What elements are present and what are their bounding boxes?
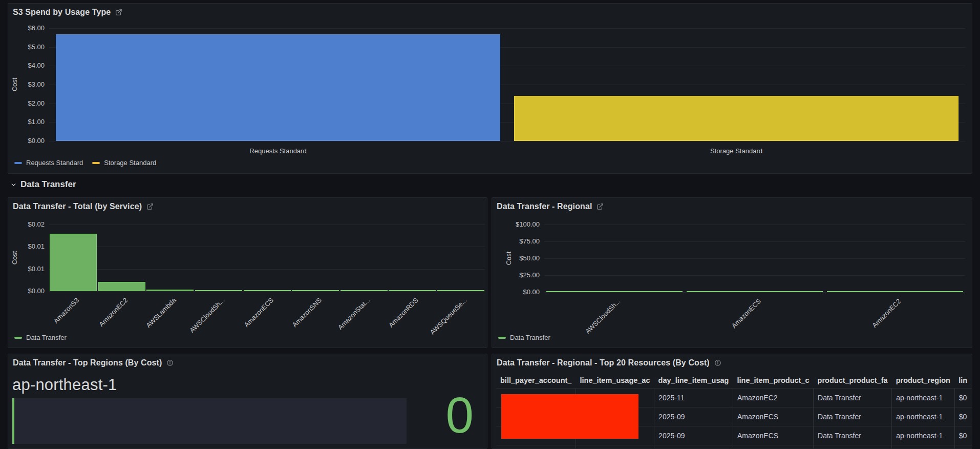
- bar-AmazonRDS: [389, 290, 436, 291]
- panel-title[interactable]: Data Transfer - Total (by Service): [13, 202, 142, 211]
- grafana-dashboard: { "section_header": { "label": "Data Tra…: [0, 0, 980, 449]
- table-column-header[interactable]: bill_payer_account_: [496, 373, 576, 389]
- panel-s3-spend-by-usage-type: S3 Spend by Usage Type $6.00$5.00$4.00$3…: [8, 3, 972, 174]
- panel-data-transfer-total-by-service: Data Transfer - Total (by Service) $0.02…: [8, 197, 487, 348]
- info-icon[interactable]: [714, 359, 721, 366]
- panel-data-transfer-top-20-resources: Data Transfer - Regional - Top 20 Resour…: [492, 354, 972, 449]
- table-column-header[interactable]: product_product_fa: [814, 373, 892, 389]
- table-row: [496, 445, 972, 449]
- legend-color-dash: [14, 337, 22, 339]
- panel-title[interactable]: Data Transfer - Regional - Top 20 Resour…: [497, 358, 710, 368]
- table-column-header[interactable]: line_item_usage_ac: [576, 373, 654, 389]
- x-axis-tick-label: Storage Standard: [710, 147, 762, 155]
- y-axis-tick-label: $0.02: [8, 220, 45, 228]
- bar-AmazonS3: [50, 234, 97, 291]
- table-cell: [654, 445, 733, 449]
- table-cell: [892, 445, 955, 449]
- gridline: [544, 258, 965, 259]
- bar-AmazonSNS: [292, 290, 339, 291]
- bar-Requests Standard: [56, 34, 500, 141]
- table-cell: AmazonECS: [733, 426, 814, 445]
- bar-AmazonEC2: [827, 291, 963, 292]
- bar-AmazonStat...: [340, 290, 388, 291]
- legend: Data Transfer: [14, 334, 67, 341]
- table-column-header[interactable]: line_item_product_c: [733, 373, 814, 389]
- gridline: [49, 247, 485, 247]
- panel-header[interactable]: Data Transfer - Top Regions (By Cost): [8, 354, 487, 372]
- x-axis-tick-label: Requests Standard: [249, 147, 306, 155]
- gridline: [49, 28, 965, 29]
- bargauge-row-label: ap-northeast-1: [12, 376, 117, 394]
- external-link-icon[interactable]: [596, 203, 604, 210]
- info-icon[interactable]: [166, 359, 174, 366]
- section-row-data-transfer[interactable]: Data Transfer: [8, 177, 76, 192]
- y-axis-label: Cost: [11, 78, 18, 92]
- legend-item[interactable]: Storage Standard: [92, 159, 156, 167]
- table-column-header[interactable]: lin: [954, 373, 972, 389]
- gridline: [544, 224, 965, 225]
- table-column-header[interactable]: day_line_item_usag: [654, 373, 733, 389]
- legend-label[interactable]: Data Transfer: [26, 334, 67, 341]
- y-axis-tick-label: $50.00: [492, 254, 540, 262]
- y-axis-tick-label: $0.01: [8, 242, 45, 250]
- chevron-down-icon[interactable]: [10, 181, 17, 188]
- gridline: [49, 141, 965, 141]
- y-axis-tick-label: $0.01: [8, 265, 45, 273]
- bargauge-fill: [12, 398, 14, 444]
- table-cell: $0: [954, 407, 972, 426]
- table-cell: Data Transfer: [814, 407, 892, 426]
- bar-AWSCloudSh...: [195, 290, 242, 291]
- panel-header[interactable]: Data Transfer - Regional - Top 20 Resour…: [492, 354, 972, 372]
- y-axis-tick-label: $4.00: [8, 62, 45, 69]
- legend: Requests StandardStorage Standard: [14, 159, 156, 167]
- gridline: [49, 291, 485, 292]
- legend-label[interactable]: Storage Standard: [104, 159, 156, 167]
- table-cell: Data Transfer: [814, 426, 892, 445]
- table-cell: 2025-09: [654, 407, 733, 426]
- panel-title[interactable]: S3 Spend by Usage Type: [13, 8, 111, 17]
- y-axis-label: Cost: [11, 251, 18, 265]
- y-axis-tick-label: $0.00: [8, 287, 45, 295]
- y-axis-tick-label: $100.00: [492, 220, 540, 228]
- legend-label[interactable]: Data Transfer: [510, 334, 550, 341]
- bar-AWSCloudSh...: [546, 291, 683, 292]
- table-cell: [576, 445, 654, 449]
- external-link-icon[interactable]: [146, 203, 154, 210]
- bar-AWSLambda: [146, 290, 194, 291]
- panel-data-transfer-regional: Data Transfer - Regional $100.00$75.00$5…: [492, 197, 972, 348]
- panel-title[interactable]: Data Transfer - Top Regions (By Cost): [13, 358, 162, 368]
- y-axis-tick-label: $75.00: [492, 237, 540, 245]
- table-cell: ap-northeast-1: [892, 407, 955, 426]
- panel-header[interactable]: S3 Spend by Usage Type: [8, 4, 972, 21]
- gridline: [544, 292, 965, 293]
- table-column-header[interactable]: product_region: [892, 373, 955, 389]
- bar-AmazonECS: [244, 290, 291, 291]
- table-cell: AmazonEC2: [733, 389, 814, 407]
- gridline: [544, 275, 965, 276]
- y-axis-tick-label: $0.00: [492, 288, 540, 296]
- panel-header[interactable]: Data Transfer - Total (by Service): [8, 198, 487, 215]
- section-title[interactable]: Data Transfer: [20, 179, 76, 190]
- table-cell: [814, 445, 892, 449]
- bar-AmazonECS: [687, 291, 823, 292]
- gridline: [49, 224, 485, 225]
- y-axis-tick-label: $6.00: [8, 24, 45, 32]
- panel-header[interactable]: Data Transfer - Regional: [492, 198, 972, 215]
- table-cell: ap-northeast-1: [892, 389, 955, 407]
- gridline: [544, 241, 965, 242]
- panel-data-transfer-top-regions: Data Transfer - Top Regions (By Cost) ap…: [8, 354, 487, 449]
- bar-Storage Standard: [514, 96, 958, 141]
- bar-AWSQueueSe...: [437, 290, 484, 291]
- legend-color-dash: [498, 337, 506, 339]
- bargauge-value: 0: [445, 390, 474, 440]
- table-cell: [733, 445, 814, 449]
- panel-title[interactable]: Data Transfer - Regional: [497, 202, 592, 211]
- gridline: [49, 269, 485, 270]
- legend-item[interactable]: Data Transfer: [14, 334, 67, 341]
- y-axis-tick-label: $5.00: [8, 43, 45, 51]
- external-link-icon[interactable]: [115, 9, 122, 16]
- legend-label[interactable]: Requests Standard: [26, 159, 83, 167]
- legend-item[interactable]: Data Transfer: [498, 334, 550, 341]
- legend-item[interactable]: Requests Standard: [14, 159, 83, 167]
- y-axis-tick-label: $2.00: [8, 99, 45, 107]
